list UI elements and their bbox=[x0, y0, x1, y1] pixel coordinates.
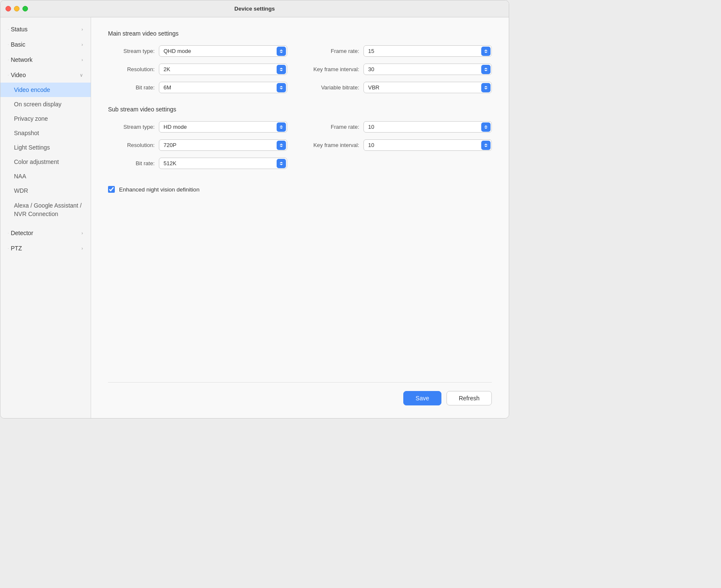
sidebar-item-video-encode[interactable]: Video encode bbox=[0, 83, 91, 97]
bit-rate-main-row: Bit rate: 6M bbox=[108, 82, 287, 93]
traffic-lights bbox=[6, 6, 28, 11]
sidebar-item-snapshot[interactable]: Snapshot bbox=[0, 126, 91, 140]
variable-bitrate-main-label: Variable bitrate: bbox=[313, 84, 359, 91]
chevron-right-icon: › bbox=[81, 42, 83, 47]
variable-bitrate-main-row: Variable bitrate: VBR bbox=[313, 82, 492, 93]
night-vision-label: Enhanced night vision definition bbox=[119, 186, 200, 193]
sidebar-item-detector[interactable]: · Detector › bbox=[0, 225, 91, 241]
sub-stream-title: Sub stream video settings bbox=[108, 106, 492, 113]
frame-rate-main-row: Frame rate: 15 bbox=[313, 45, 492, 57]
frame-rate-main-select[interactable]: 15 bbox=[363, 45, 492, 57]
stream-type-main-select[interactable]: QHD mode bbox=[159, 45, 287, 57]
frame-rate-sub-select[interactable]: 10 bbox=[363, 121, 492, 133]
resolution-sub-row: Resolution: 720P bbox=[108, 139, 287, 151]
app-body: · Status › · Basic › · Network › · Video bbox=[0, 17, 509, 418]
key-frame-interval-sub-label: Key frame interval: bbox=[313, 142, 359, 148]
night-vision-row: Enhanced night vision definition bbox=[108, 186, 492, 193]
close-button[interactable] bbox=[6, 6, 11, 11]
resolution-sub-select[interactable]: 720P bbox=[159, 139, 287, 151]
key-frame-interval-sub-select-wrap: 10 bbox=[363, 139, 492, 151]
chevron-right-icon: › bbox=[81, 27, 83, 32]
minimize-button[interactable] bbox=[14, 6, 19, 11]
key-frame-interval-main-select[interactable]: 30 bbox=[363, 64, 492, 75]
stream-type-sub-select[interactable]: HD mode bbox=[159, 121, 287, 133]
bit-rate-main-label: Bit rate: bbox=[108, 84, 155, 91]
key-frame-interval-main-row: Key frame interval: 30 bbox=[313, 64, 492, 75]
key-frame-interval-main-select-wrap: 30 bbox=[363, 64, 492, 75]
variable-bitrate-main-select-wrap: VBR bbox=[363, 82, 492, 93]
sidebar-item-ptz[interactable]: · PTZ › bbox=[0, 241, 91, 256]
sidebar-item-wdr[interactable]: WDR bbox=[0, 183, 91, 198]
chevron-right-icon: › bbox=[81, 57, 83, 62]
sidebar-item-privacy-zone[interactable]: Privacy zone bbox=[0, 111, 91, 126]
key-frame-interval-main-label: Key frame interval: bbox=[313, 66, 359, 72]
stream-type-sub-select-wrap: HD mode bbox=[159, 121, 287, 133]
resolution-sub-select-wrap: 720P bbox=[159, 139, 287, 151]
main-content: Main stream video settings Stream type: … bbox=[91, 17, 509, 418]
bit-rate-main-select[interactable]: 6M bbox=[159, 82, 287, 93]
bit-rate-sub-row: Bit rate: 512K bbox=[108, 158, 287, 169]
sidebar-item-naa[interactable]: NAA bbox=[0, 169, 91, 183]
sidebar-item-status[interactable]: · Status › bbox=[0, 22, 91, 37]
sidebar-item-light-settings[interactable]: Light Settings bbox=[0, 140, 91, 155]
footer-bar: Save Refresh bbox=[108, 382, 492, 405]
main-stream-title: Main stream video settings bbox=[108, 30, 492, 37]
main-stream-grid: Stream type: QHD mode Frame rate: bbox=[108, 45, 492, 93]
resolution-main-label: Resolution: bbox=[108, 66, 155, 72]
resolution-sub-label: Resolution: bbox=[108, 142, 155, 148]
bit-rate-sub-select-wrap: 512K bbox=[159, 158, 287, 169]
sidebar-item-basic[interactable]: · Basic › bbox=[0, 37, 91, 52]
sidebar-item-alexa[interactable]: Alexa / Google Assistant / NVR Connectio… bbox=[0, 198, 91, 222]
save-button[interactable]: Save bbox=[403, 391, 441, 405]
resolution-main-row: Resolution: 2K bbox=[108, 64, 287, 75]
stream-type-main-select-wrap: QHD mode bbox=[159, 45, 287, 57]
key-frame-interval-sub-row: Key frame interval: 10 bbox=[313, 139, 492, 151]
chevron-down-icon: ∨ bbox=[80, 72, 83, 78]
stream-type-sub-label: Stream type: bbox=[108, 124, 155, 130]
bit-rate-sub-select[interactable]: 512K bbox=[159, 158, 287, 169]
bit-rate-sub-label: Bit rate: bbox=[108, 160, 155, 166]
stream-type-sub-row: Stream type: HD mode bbox=[108, 121, 287, 133]
sub-stream-grid: Stream type: HD mode Frame rate: bbox=[108, 121, 492, 169]
sidebar-item-color-adjustment[interactable]: Color adjustment bbox=[0, 155, 91, 169]
chevron-right-icon: › bbox=[81, 246, 83, 251]
key-frame-interval-sub-select[interactable]: 10 bbox=[363, 139, 492, 151]
resolution-main-select[interactable]: 2K bbox=[159, 64, 287, 75]
frame-rate-sub-select-wrap: 10 bbox=[363, 121, 492, 133]
sidebar: · Status › · Basic › · Network › · Video bbox=[0, 17, 91, 418]
refresh-button[interactable]: Refresh bbox=[446, 391, 492, 405]
title-bar: Device settings bbox=[0, 0, 509, 17]
sidebar-item-network[interactable]: · Network › bbox=[0, 52, 91, 67]
frame-rate-main-label: Frame rate: bbox=[313, 48, 359, 54]
stream-type-main-label: Stream type: bbox=[108, 48, 155, 54]
sidebar-item-video[interactable]: · Video ∨ bbox=[0, 67, 91, 83]
variable-bitrate-main-select[interactable]: VBR bbox=[363, 82, 492, 93]
frame-rate-main-select-wrap: 15 bbox=[363, 45, 492, 57]
chevron-right-icon: › bbox=[81, 230, 83, 236]
window-title: Device settings bbox=[234, 6, 275, 12]
resolution-main-select-wrap: 2K bbox=[159, 64, 287, 75]
frame-rate-sub-row: Frame rate: 10 bbox=[313, 121, 492, 133]
frame-rate-sub-label: Frame rate: bbox=[313, 124, 359, 130]
bit-rate-main-select-wrap: 6M bbox=[159, 82, 287, 93]
maximize-button[interactable] bbox=[22, 6, 28, 11]
sidebar-item-on-screen-display[interactable]: On screen display bbox=[0, 97, 91, 111]
night-vision-checkbox[interactable] bbox=[108, 186, 115, 193]
stream-type-main-row: Stream type: QHD mode bbox=[108, 45, 287, 57]
